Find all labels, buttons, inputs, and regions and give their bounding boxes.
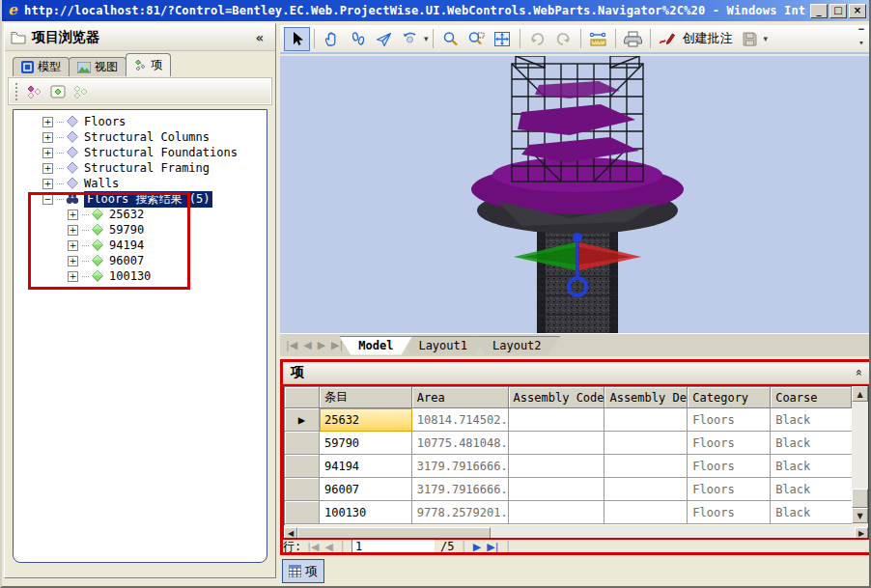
tree-node-structural-columns[interactable]: + Structural Columns [14,129,267,145]
entry-cell[interactable]: 100130 [320,501,412,524]
row-selector-cell[interactable] [285,501,320,524]
orbit-tool-button[interactable] [397,27,423,51]
expand-icon[interactable]: + [68,210,78,220]
next-row-button[interactable]: ▶ [473,541,481,553]
table-row[interactable]: 59790 10775.481048... Floors Black [285,432,852,455]
row-selector-cell[interactable] [285,432,320,455]
last-sheet-button[interactable]: ▶| [331,339,343,351]
tree-result-item[interactable]: + 25632 [14,207,267,222]
column-header-assembly-code[interactable]: Assembly Code [509,387,605,408]
redo-button[interactable] [550,27,576,51]
new-search-button[interactable] [23,81,46,102]
coarse-cell[interactable]: Black [771,455,852,478]
assembly-code-cell[interactable] [509,408,605,432]
area-cell[interactable]: 10814.714502... [412,408,509,432]
fit-view-button[interactable] [490,27,516,51]
category-cell[interactable]: Floors [688,432,771,455]
scroll-up-button[interactable]: ▲ [852,386,868,402]
collapse-items-panel-button[interactable]: » [851,369,864,376]
category-cell[interactable]: Floors [688,501,771,524]
scroll-down-button[interactable]: ▼ [852,508,868,523]
tree-node-structural-foundations[interactable]: + Structural Foundations [14,145,267,160]
first-sheet-button[interactable]: |◀ [286,339,297,351]
fly-tool-button[interactable] [371,27,397,51]
create-markup-button[interactable] [655,27,681,51]
tab-items[interactable]: 项 [126,53,171,76]
entry-cell[interactable]: 25632 [320,408,412,432]
area-cell[interactable]: 3179.7916666... [412,455,509,478]
collapse-panel-button[interactable]: « [250,30,269,45]
expand-icon[interactable]: + [42,163,53,174]
model-viewport[interactable] [280,56,871,333]
measure-tool-button[interactable] [585,27,611,51]
search-results-label[interactable]: Floors 搜索结果 (5) [84,191,212,208]
assembly-code-cell[interactable] [509,501,605,524]
zoom-tool-button[interactable] [437,27,464,51]
minimize-button[interactable]: _ [810,4,828,18]
column-header-entry[interactable]: 条目 [320,387,412,408]
assembly-desc-cell[interactable] [604,455,688,478]
column-header-assembly-desc[interactable]: Assembly De... [604,387,688,408]
coarse-cell[interactable]: Black [771,408,852,432]
sheet-tab-model[interactable]: Model [339,336,412,355]
clear-search-button[interactable] [70,81,93,102]
toolbar-grip[interactable] [15,83,19,100]
last-row-button[interactable]: ▶| [487,541,498,553]
scroll-track[interactable] [852,402,868,489]
create-markup-label[interactable]: 创建批注 [683,30,733,47]
tree-node-label[interactable]: Floors [84,115,126,128]
entry-cell[interactable]: 96007 [320,478,412,501]
tree-node-floors[interactable]: + Floors [14,114,267,129]
category-cell[interactable]: Floors [688,455,771,478]
tab-views[interactable]: 视图 [69,57,126,76]
expand-icon[interactable]: + [68,240,78,251]
row-selector-cell[interactable] [285,478,320,501]
collapse-icon[interactable]: − [42,194,53,205]
coarse-cell[interactable]: Black [771,478,852,501]
table-vertical-scrollbar[interactable]: ▲ ▼ [852,386,868,525]
table-row[interactable]: 96007 3179.7916666... Floors Black [285,478,852,501]
tree-node-label[interactable]: Structural Foundations [84,146,238,159]
tree-node-label[interactable]: Structural Framing [84,161,210,175]
table-row[interactable]: 94194 3179.7916666... Floors Black [285,455,852,478]
zoom-window-tool-button[interactable] [464,27,490,51]
undo-button[interactable] [524,27,550,51]
expand-icon[interactable]: + [42,179,53,189]
column-header-category[interactable]: Category [688,387,771,408]
tree-result-label[interactable]: 100130 [109,269,151,283]
scroll-track[interactable] [491,527,855,540]
assembly-desc-cell[interactable] [604,408,688,432]
toolbar-overflow-button[interactable]: ▔▾ [855,30,868,49]
assembly-desc-cell[interactable] [604,478,688,501]
tree-node-walls[interactable]: + Walls [14,176,267,191]
sheet-tab-layout1[interactable]: Layout1 [399,336,487,355]
row-selector-cell[interactable] [285,455,320,478]
expand-icon[interactable]: + [42,117,53,127]
first-row-button[interactable]: |◀ [307,541,319,553]
assembly-desc-cell[interactable] [604,432,688,455]
tree-result-label[interactable]: 25632 [109,208,144,221]
tab-model[interactable]: 模型 [13,57,70,76]
table-row[interactable]: ▶ 25632 10814.714502... Floors Black [285,408,852,432]
tree-node-structural-framing[interactable]: + Structural Framing [14,160,267,176]
column-header-area[interactable]: Area [412,387,509,408]
sheet-tab-layout2[interactable]: Layout2 [473,336,561,355]
maximize-button[interactable]: □ [829,4,847,18]
isolate-in-view-button[interactable] [46,81,70,102]
coarse-cell[interactable]: Black [771,432,852,455]
tree-result-item[interactable]: + 96007 [14,253,267,268]
assembly-desc-cell[interactable] [604,501,688,524]
area-cell[interactable]: 10775.481048... [412,432,509,455]
assembly-code-cell[interactable] [509,432,605,455]
entry-cell[interactable]: 94194 [320,455,412,478]
expand-icon[interactable]: + [42,132,53,143]
prev-row-button[interactable]: ◀ [324,541,332,553]
items-panel-taskbar-button[interactable]: 项 [282,559,324,583]
window-titlebar[interactable]: e http://localhost:81/?Control=Bentley.E… [2,0,869,21]
select-tool-button[interactable] [284,27,310,51]
assembly-code-cell[interactable] [509,478,605,501]
orbit-dropdown-arrow[interactable]: ▾ [424,34,429,43]
area-cell[interactable]: 3179.7916666... [412,478,509,501]
prev-sheet-button[interactable]: ◀ [303,339,311,351]
tree-node-label[interactable]: Walls [84,177,119,190]
